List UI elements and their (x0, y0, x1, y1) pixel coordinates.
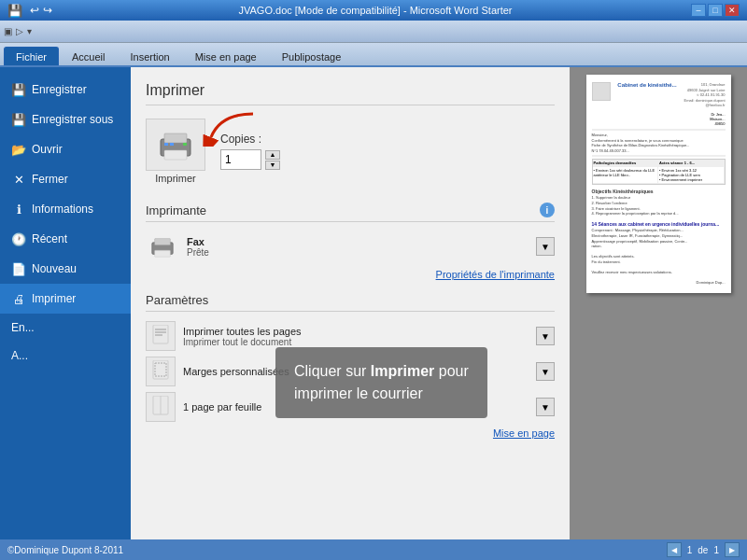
redo-icon[interactable]: ↪ (43, 4, 52, 17)
fax-info: Fax Prête (187, 236, 529, 258)
sidebar-item-ouvrir[interactable]: 📂 Ouvrir (0, 134, 131, 164)
per-page-icon (146, 392, 176, 422)
sidebar-item-recent[interactable]: 🕐 Récent (0, 224, 131, 254)
properties-link[interactable]: Propriétés de l'imprimante (146, 269, 555, 280)
sidebar-item-nouveau[interactable]: 📄 Nouveau (0, 254, 131, 284)
printer-dropdown-arrow[interactable]: ▼ (536, 237, 555, 256)
page-de-label: de (698, 545, 708, 555)
doc-page: Cabinet de kinésithé... 101, Grandrue 49… (586, 75, 731, 293)
copies-input[interactable] (220, 149, 261, 170)
print-controls-row: Imprimer Copies : ▲ ▼ (146, 119, 555, 184)
doc-header: Cabinet de kinésithé... 101, Grandrue 49… (592, 82, 726, 108)
document-preview: Cabinet de kinésithé... 101, Grandrue 49… (570, 67, 747, 539)
margins-dropdown-arrow[interactable]: ▼ (536, 362, 555, 381)
copyright-text: ©Dominique Dupont 8-2011 (7, 545, 123, 555)
window-controls: – □ ✕ (691, 4, 740, 17)
print-panel: Imprimer (131, 67, 570, 539)
copies-increment[interactable]: ▲ (265, 150, 280, 160)
sidebar-item-imprimer[interactable]: 🖨 Imprimer (0, 284, 131, 314)
copies-decrement[interactable]: ▼ (265, 161, 280, 170)
params-section: Paramètres Impr (146, 293, 555, 439)
content-area: Imprimer (131, 67, 747, 539)
page-navigation: ◀ 1 de 1 ▶ (667, 542, 740, 557)
doc-table-row1: • Environ 1xx séri douleureux du LLE ant… (593, 167, 725, 184)
svg-rect-9 (155, 250, 171, 257)
doc-divider-1 (592, 129, 726, 131)
save-as-icon: 💾 (11, 112, 26, 127)
tab-publipostage[interactable]: Publipostage (270, 47, 354, 65)
qa-icon: ▣ (4, 26, 12, 36)
page-total: 1 (713, 545, 719, 555)
print-all-pages-row: Imprimer toutes les pages Imprimer tout … (146, 321, 555, 351)
sidebar-item-fermer[interactable]: ✕ Fermer (0, 164, 131, 194)
minimize-button[interactable]: – (691, 4, 706, 17)
tab-mise-en-page[interactable]: Mise en page (183, 47, 269, 65)
save-icon: 💾 (11, 82, 26, 97)
svg-rect-6 (183, 143, 187, 146)
printer-section-header: Imprimante i (146, 203, 555, 222)
sidebar-item-a[interactable]: A... (0, 342, 131, 370)
sidebar-item-enregistrer[interactable]: 💾 Enregistrer (0, 75, 131, 105)
sidebar-item-enregistrer-sous[interactable]: 💾 Enregistrer sous (0, 105, 131, 134)
print-button-area: Imprimer (146, 119, 205, 184)
prev-page-button[interactable]: ◀ (667, 542, 682, 557)
per-page-label: 1 page par feuille (183, 401, 529, 413)
margins-text-group: Marges personnalisées (183, 366, 529, 377)
tab-fichier[interactable]: Fichier (4, 47, 59, 65)
doc-doctor-name: Dr Jea... Maison... 49850 (592, 112, 726, 126)
info-icon: ℹ (11, 202, 26, 217)
print-title: Imprimer (146, 82, 555, 105)
print-pages-icon (146, 321, 176, 351)
next-page-button[interactable]: ▶ (725, 542, 740, 557)
quick-access-toolbar: ▣ ▷ ▾ (0, 21, 747, 43)
svg-rect-8 (155, 239, 171, 245)
printer-section-title: Imprimante (146, 203, 206, 217)
open-icon: 📂 (11, 142, 26, 157)
mise-en-page-link[interactable]: Mise en page (146, 427, 555, 439)
printer-info-icon[interactable]: i (540, 203, 555, 217)
print-button[interactable] (146, 119, 205, 171)
doc-table-cell12: • Environ 1xx séri 3-12• Pagination de L… (658, 167, 725, 183)
qa-icon2: ▷ (16, 26, 23, 36)
doc-table-header: Pathologies demandées Actes séance 1 - 6… (593, 160, 725, 167)
page-number: 1 (687, 545, 693, 555)
new-icon: 📄 (11, 261, 26, 276)
sidebar-item-env[interactable]: En... (0, 314, 131, 342)
close-icon: ✕ (11, 172, 26, 187)
margins-row: Marges personnalisées ▼ (146, 357, 555, 386)
status-bar: ©Dominique Dupont 8-2011 ◀ 1 de 1 ▶ (0, 539, 747, 560)
doc-table-col1: Pathologies demandées (593, 160, 659, 166)
per-page-text-group: 1 page par feuille (183, 401, 529, 413)
tab-accueil[interactable]: Accueil (60, 47, 117, 65)
doc-divider-2 (592, 155, 726, 157)
per-page-dropdown-arrow[interactable]: ▼ (536, 398, 555, 416)
svg-rect-2 (164, 133, 187, 143)
doc-cabinet-title: Cabinet de kinésithé... (614, 82, 681, 88)
close-button[interactable]: ✕ (725, 4, 740, 17)
print-all-text-group: Imprimer toutes les pages Imprimer tout … (183, 326, 529, 347)
doc-objectives: Objectifs Kinésithérapiques 1. Supprimer… (592, 189, 726, 286)
ribbon-tabs: Fichier Accueil Insertion Mise en page P… (0, 43, 747, 67)
sidebar-item-informations[interactable]: ℹ Informations (0, 194, 131, 224)
doc-address: 101, Grandrue 49600 Juigné sur Loire t: … (684, 82, 725, 108)
print-icon: 🖨 (11, 291, 26, 306)
quick-save-icon[interactable]: 💾 (7, 4, 22, 18)
red-arrow-annotation (202, 109, 258, 149)
print-pages-dropdown-arrow[interactable]: ▼ (536, 327, 555, 345)
copies-spinner: ▲ ▼ (265, 150, 280, 170)
svg-rect-3 (164, 150, 187, 160)
undo-icon[interactable]: ↩ (30, 4, 39, 17)
tab-insertion[interactable]: Insertion (118, 47, 181, 65)
svg-rect-4 (164, 143, 168, 146)
params-section-title: Paramètres (146, 293, 208, 307)
per-page-row: 1 page par feuille ▼ (146, 392, 555, 422)
print-label: Imprimer (155, 173, 195, 184)
copies-input-row: ▲ ▼ (220, 149, 280, 170)
recent-icon: 🕐 (11, 231, 26, 246)
printer-icon-small (146, 231, 179, 261)
qa-dropdown[interactable]: ▾ (27, 26, 32, 36)
maximize-button[interactable]: □ (708, 4, 723, 17)
params-section-header: Paramètres (146, 293, 555, 312)
fax-status: Prête (187, 247, 529, 258)
printer-section: Imprimante i Fax P (146, 203, 555, 280)
